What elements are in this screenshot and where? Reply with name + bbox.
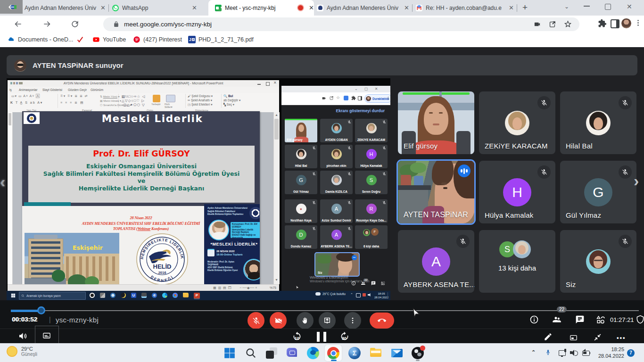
presenter-clock[interactable]: 18:05 28.04.2022 (374, 292, 388, 299)
inner-tile[interactable]: R Resmiye Kaya Oda... (355, 199, 388, 223)
inner-extension-icon[interactable] (344, 96, 348, 100)
tile-zekiye[interactable]: ZEKiYE KARACAM (479, 91, 555, 154)
tab-gmail[interactable]: Re: HH - ayden.coban@adu.e ✕ (416, 0, 514, 16)
start-button[interactable] (223, 347, 236, 359)
ppt-tab[interactable]: Gözden Geçir (68, 88, 87, 91)
bookmark-star-icon[interactable] (564, 20, 572, 28)
edge-icon[interactable] (307, 347, 319, 359)
inner-share-icon[interactable] (329, 96, 334, 100)
leave-call-button[interactable] (370, 313, 394, 329)
mail-icon[interactable] (391, 347, 403, 359)
camera-toggle-button[interactable] (270, 312, 287, 329)
tray-display-icon[interactable] (559, 350, 566, 356)
ppt-font-style-controls[interactable]: K T A̲ S ab A▾ (10, 101, 43, 105)
ppt-tab[interactable]: Görünüm (91, 88, 103, 91)
inner-tile[interactable]: A Azize Sumbul Demir (320, 199, 353, 223)
inner-tile-video[interactable]: Elif gürsoy (285, 119, 317, 142)
side-panel-icon[interactable] (611, 19, 619, 28)
ppt-close-button[interactable]: ✕ (273, 81, 277, 85)
ppt-quickstyles-label[interactable]: HızlıStiller▾ (165, 103, 173, 108)
tile-ayten-speaking[interactable]: AYTEN TASPiNAR (398, 161, 474, 223)
carousel-next-icon[interactable]: › (634, 173, 639, 189)
volume-icon[interactable] (18, 331, 28, 341)
inner-tile[interactable]: AYDEN COBAN (320, 119, 353, 142)
tab-close-icon[interactable]: ✕ (100, 4, 106, 11)
ppt-tab[interactable]: Animasyonlar (19, 88, 37, 91)
presenter-weather[interactable]: 29°C Çok bulutlu (315, 292, 346, 296)
tile-hulya[interactable]: H Hülya Kamalak (479, 161, 555, 223)
present-button[interactable] (319, 312, 336, 329)
ppt-textdir-label[interactable]: ⇅ Metin Yönü ▾ (100, 95, 120, 98)
presenter-start-icon[interactable] (11, 293, 16, 298)
back-button[interactable] (13, 19, 23, 29)
inner-activities-icon[interactable] (380, 281, 385, 286)
host-controls-icon[interactable] (636, 315, 644, 324)
bookmark-youtube[interactable]: YouTube (92, 36, 126, 43)
tab-meet-active[interactable]: Meet - ysc-mzny-kbj ✕ (208, 0, 314, 16)
inner-window-controls[interactable]: ⌄ ▢ ✕ (355, 87, 380, 91)
reload-button[interactable] (70, 19, 80, 29)
tile-siz[interactable]: Siz (560, 230, 636, 293)
inner-tile-overflow[interactable]: F 6 kişi daha (355, 225, 388, 249)
tile-gul[interactable]: G Gül Yılmaz (560, 161, 636, 223)
ppt-list-controls[interactable]: ⠿▾ ⠿▾ ≣ ≣ ⇄ (60, 94, 88, 98)
inner-chat-icon[interactable] (371, 281, 376, 286)
ppt-slide[interactable]: Mesleki Liderlik Prof. Dr. Elif GÜRSOY E… (22, 111, 260, 284)
ppt-maximize-button[interactable] (266, 82, 270, 86)
tray-clock[interactable]: 18:25 28.04.2022 (595, 346, 624, 359)
task-view-icon[interactable] (265, 347, 278, 359)
tab-adu-2[interactable]: Aydın Adnan Menderes Üniv ✕ (317, 0, 409, 16)
ppt-tab[interactable]: iş (9, 88, 12, 91)
ppt-replace[interactable]: ab Değiştir ▾ (223, 99, 240, 102)
player-more-icon[interactable]: ••• (617, 334, 626, 341)
ppt-select[interactable]: ▚ Seç ▾ (223, 103, 234, 107)
tray-chevron-icon[interactable]: ⌃ (531, 349, 536, 355)
profile-avatar[interactable] (621, 18, 631, 28)
inner-stop-share[interactable]: Ekranı göstermeyi durdur (281, 108, 385, 113)
ppt-shapes-gallery[interactable]: ▧\\□○⇨☆ ◁△▽◇○□♡ ▷◦◻△✦⬠⬡ ▽ (122, 94, 145, 107)
presenter-search-box[interactable]: Aramak için buraya yazın (19, 292, 86, 300)
bookmark-pdf[interactable]: JA PHD_1_2_71_76.pdf (188, 36, 254, 43)
bookmark-check[interactable] (76, 36, 87, 43)
ppt-arrange-icon[interactable] (153, 95, 160, 102)
raise-hand-button[interactable] (297, 312, 314, 329)
inner-tile[interactable]: Damla KIZILCA (320, 171, 353, 194)
presenter-app-icons[interactable]: U e P (90, 293, 200, 298)
player-seek-handle[interactable] (37, 306, 45, 314)
tab-close-icon[interactable]: ✕ (309, 4, 314, 11)
ppt-minimize-button[interactable] (257, 84, 261, 85)
carousel-prev-icon[interactable]: ‹ (0, 173, 5, 189)
inner-tile[interactable]: ◉ Neslihan Kaya (285, 199, 317, 223)
inner-sidepanel-icon[interactable] (358, 96, 362, 100)
tray-battery-icon[interactable] (582, 350, 591, 355)
inner-tile[interactable]: H Hülya Kamalak (355, 145, 388, 168)
ppt-font-controls[interactable]: ▭▾ ▭ A˄ A˅ 🄰 (11, 94, 40, 98)
inner-tile[interactable]: S Seren Doğru (355, 171, 388, 194)
inner-tile[interactable]: ZEKIYE KARACAM (355, 119, 388, 142)
ppt-slides-pane[interactable] (8, 112, 13, 284)
tab-search-chevron-icon[interactable]: ⌄ (564, 3, 569, 10)
ppt-tab[interactable]: Slayt Gösterisi (42, 88, 62, 91)
inner-tile[interactable]: pircehan ekin (320, 145, 353, 168)
subtitles-button[interactable] (35, 326, 59, 344)
obs-icon[interactable] (412, 347, 424, 359)
presenter-tray-icons[interactable] (356, 293, 372, 297)
tile-ayberk[interactable]: A AYBERK ASENA TE... (398, 230, 474, 293)
sigma-app-icon[interactable]: Σ (348, 347, 361, 359)
ppt-shape-outline[interactable]: ✏ Şekil Anahattı ▾ (188, 99, 212, 102)
ppt-align-controls[interactable]: ≡ ≡ ≡ ≣ ▤ (60, 101, 84, 105)
player-seek-track[interactable] (11, 310, 639, 311)
ppt-shape-fill[interactable]: 🖌 Şekil Dolgusu ▾ (188, 94, 213, 98)
ppt-scrollbar[interactable]: ▲ ▼ (273, 112, 280, 284)
capture-back-overlay[interactable] (0, 0, 23, 14)
participants-icon[interactable] (552, 315, 562, 324)
chrome-icon[interactable] (327, 347, 339, 359)
mic-toggle-button[interactable] (248, 312, 264, 329)
ppt-zoom-level[interactable]: %75 (270, 286, 276, 289)
inner-info-icon[interactable] (351, 281, 356, 286)
ppt-zoom-slider[interactable]: − ──◆── + (239, 286, 257, 290)
inner-tile[interactable]: G Gül Yılmaz (285, 171, 317, 194)
inner-tile[interactable]: D Dondu Kamaz (285, 225, 317, 249)
new-tab-button[interactable]: + (522, 2, 528, 13)
bookmark-pinterest[interactable]: (427) Pinterest (133, 36, 182, 43)
